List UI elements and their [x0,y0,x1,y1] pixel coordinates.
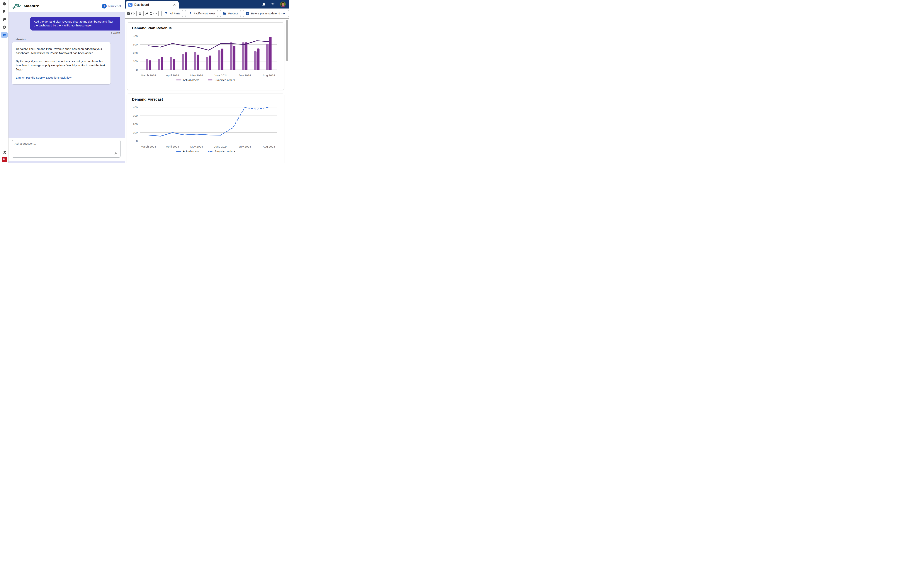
dashboard-content: Demand Plan Revenue 0100200300400March 2… [125,19,289,163]
help-button[interactable] [2,150,6,154]
notifications-bell-icon [262,2,266,6]
filter-chip-all-parts[interactable]: All Parts [161,10,183,17]
svg-text:Aug 2024: Aug 2024 [263,145,275,148]
demand-plan-revenue-chart: 0100200300400March 2024April 2024May 202… [130,31,280,78]
document-icon [2,10,6,14]
sidebar-item-chat[interactable] [0,31,9,39]
send-button[interactable] [114,151,118,155]
svg-text:June 2024: June 2024 [214,74,228,77]
sidebar-item-insights[interactable] [0,15,9,23]
launch-task-flow-link[interactable]: Launch Handle Supply Exceptions task flo… [16,76,71,80]
solid-line-swatch [176,80,181,80]
rail-bottom-group: K [0,150,9,162]
dashboard-toolbar: All Parts Pacific Northwest Product [125,9,289,19]
folder-icon [223,12,226,15]
global-header-actions [262,0,289,9]
help-circle-icon [131,12,135,15]
top-navy-bar: Dashboard [125,0,289,9]
dashed-line-swatch [208,151,213,152]
legend-label: Projected orders [214,79,235,82]
people-button[interactable] [271,2,275,6]
legend-item: Actual orders [176,150,199,153]
question-input[interactable]: Ask a question... [12,140,121,157]
more-options-button[interactable] [153,10,157,17]
sidebar-item-history[interactable] [0,0,9,8]
sidebar-item-documents[interactable] [0,8,9,15]
pie-chart-icon [128,3,133,7]
favorite-button[interactable] [138,10,142,17]
help-button[interactable] [131,10,135,17]
close-icon [173,3,176,6]
svg-text:July 2024: July 2024 [238,145,251,148]
chart-title: Demand Plan Revenue [132,26,281,30]
legend-label: Projected orders [214,150,235,153]
chip-label: All Parts [170,12,180,15]
left-icon-rail: K [0,0,9,163]
thought-bubble-icon [2,17,6,22]
legend-item: Projected orders [208,79,235,82]
share-button[interactable] [145,10,149,17]
calendar-icon [246,12,249,15]
input-placeholder: Ask a question... [15,142,36,145]
chip-label: Pacific Northwest [193,12,215,15]
chip-label: Before planning date [251,12,277,15]
chat-header: Maestro + New chat [9,0,125,12]
svg-text:400: 400 [133,106,138,109]
demand-plan-revenue-card: Demand Plan Revenue 0100200300400March 2… [127,23,284,90]
sidebar-item-open-link[interactable] [0,23,9,31]
filter-chip-product[interactable]: Product [220,10,241,17]
svg-text:200: 200 [133,51,138,54]
maestro-logo-icon [12,3,21,9]
refresh-button[interactable] [149,10,153,17]
svg-text:300: 300 [133,114,138,117]
demand-forecast-card: Demand Forecast 0100200300400March 2024A… [127,94,284,163]
arrow-up-left-icon [2,25,6,29]
funnel-icon [164,12,168,15]
svg-text:200: 200 [133,122,138,126]
svg-text:100: 100 [133,131,138,134]
agent-name-label: Maestro [15,38,125,41]
svg-text:June 2024: June 2024 [214,145,228,148]
svg-text:April 2024: April 2024 [166,74,179,77]
svg-text:400: 400 [133,35,138,38]
filter-chip-planning-date[interactable]: Before planning date 6 mon [243,10,289,17]
settings-sliders-button[interactable] [127,10,131,17]
chat-bubble-icon [2,33,6,37]
help-circle-icon [2,150,6,154]
dashboard-tab[interactable]: Dashboard [126,1,179,9]
svg-text:July 2024: July 2024 [238,74,251,77]
agent-message-card: Certainly! The Demand Plan Revenue chart… [12,42,110,84]
filter-chip-region[interactable]: Pacific Northwest [185,10,218,17]
clock-icon [2,2,6,6]
people-group-icon [271,2,275,6]
legend-item: Actual orders [176,79,199,82]
svg-text:100: 100 [133,60,138,63]
notifications-button[interactable] [262,2,266,6]
svg-text:May 2024: May 2024 [190,74,203,77]
user-avatar[interactable] [280,2,286,7]
app-window: K Maestro + New chat Add the demand plan… [0,0,289,163]
agent-paragraph: By the way, if you are concerned about a… [16,59,106,71]
chart-title: Demand Forecast [132,97,281,101]
demand-forecast-chart: 0100200300400March 2024April 2024May 202… [130,102,280,149]
refresh-icon [149,12,153,15]
region-filter-icon [188,12,191,15]
chart-legend: Actual ordersProjected orders [127,150,284,153]
svg-text:300: 300 [133,43,138,46]
new-chat-label: New chat [108,5,121,8]
active-item-highlight [1,32,8,38]
chat-input-section: Ask a question... [9,138,125,161]
message-timestamp: 2:40 PM [9,32,120,35]
more-options-icon [153,12,157,15]
vertical-scrollbar-thumb[interactable] [286,20,288,61]
close-tab-button[interactable] [173,3,176,6]
chat-panel: Maestro + New chat Add the demand plan r… [9,0,125,163]
legend-item: Projected orders [208,150,235,153]
solid-line-swatch [176,151,181,152]
dashboard-tab-label: Dashboard [134,3,149,6]
chat-message-list[interactable]: Add the demand plan revenue chart to my … [9,12,125,138]
brand-logo-k[interactable]: K [2,157,7,162]
dashboard-panel: Dashboard [125,0,289,163]
new-chat-button[interactable]: + New chat [102,4,121,9]
legend-label: Actual orders [183,150,199,153]
